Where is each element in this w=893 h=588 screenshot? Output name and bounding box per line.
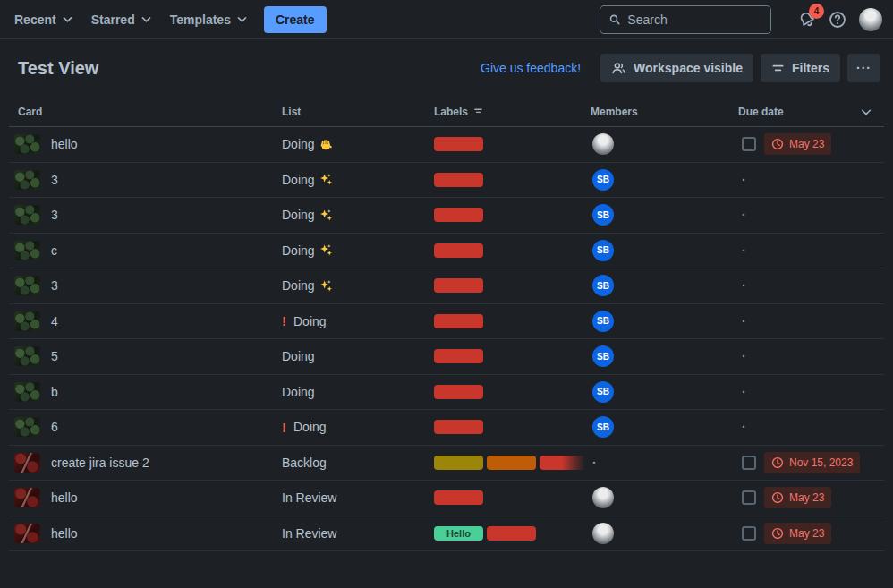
column-options-chevron[interactable] — [860, 106, 872, 118]
card-thumbnail — [14, 311, 40, 331]
due-date-cell: Nov 15, 2023 — [738, 452, 848, 473]
column-header-list[interactable]: List — [282, 106, 434, 118]
table-row[interactable]: 3 Doing SB · — [9, 198, 884, 234]
exclamation-emoji: ! — [282, 313, 286, 328]
labels-cell — [434, 490, 591, 505]
list-name: Doing — [282, 349, 315, 363]
member-avatar[interactable] — [592, 133, 614, 155]
labels-filter-icon[interactable] — [473, 107, 483, 116]
label-pill-green[interactable]: Hello — [434, 526, 483, 541]
table-row[interactable]: 3 Doing SB · — [9, 163, 884, 199]
search-input[interactable] — [627, 13, 761, 27]
card-cell: 3 — [9, 170, 282, 190]
label-pill-red[interactable] — [434, 349, 483, 363]
filters-button[interactable]: Filters — [761, 54, 840, 82]
due-date-checkbox[interactable] — [742, 526, 756, 541]
due-date-badge[interactable]: Nov 15, 2023 — [764, 452, 860, 473]
chevron-down-icon — [860, 106, 872, 118]
due-date-cell: · — [738, 208, 848, 222]
labels-cell — [434, 208, 591, 222]
due-date-badge[interactable]: May 23 — [764, 133, 831, 155]
list-cell: !Doing — [282, 313, 434, 328]
nav-templates[interactable]: Templates — [161, 7, 257, 32]
create-button[interactable]: Create — [264, 6, 327, 33]
sparkles-emoji — [319, 243, 333, 257]
question-mark-icon — [829, 11, 846, 29]
notifications-button[interactable]: 4 — [798, 11, 816, 29]
member-avatar-initials[interactable]: SB — [592, 345, 614, 367]
labels-cell: Hello — [434, 526, 591, 541]
table-row[interactable]: hello In Review Hello May 23 — [9, 516, 884, 552]
table-row[interactable]: 6 !Doing SB · — [9, 410, 884, 446]
people-icon — [611, 61, 626, 76]
labels-cell — [434, 349, 591, 363]
member-avatar-initials[interactable]: SB — [592, 240, 614, 261]
list-name-text: Doing — [293, 314, 327, 328]
label-pill-red[interactable] — [434, 420, 483, 434]
nav-recent[interactable]: Recent — [5, 7, 82, 32]
due-date-checkbox[interactable] — [742, 137, 756, 151]
workspace-visible-button[interactable]: Workspace visible — [600, 54, 753, 82]
label-pill-red[interactable] — [434, 137, 483, 151]
list-name: !Doing — [282, 420, 327, 435]
due-date-checkbox[interactable] — [742, 456, 756, 470]
card-title: c — [51, 243, 57, 258]
card-cell: hello — [9, 524, 282, 543]
card-thumbnail — [14, 524, 40, 543]
label-pill-red[interactable] — [434, 208, 483, 222]
member-avatar-initials[interactable]: SB — [592, 204, 614, 226]
card-cell: hello — [9, 488, 282, 507]
table-row[interactable]: 5 Doing SB · — [9, 339, 884, 375]
clock-icon — [771, 527, 784, 540]
member-avatar-initials[interactable]: SB — [592, 416, 614, 438]
list-cell: Doing — [282, 278, 434, 293]
column-header-card[interactable]: Card — [9, 106, 282, 118]
member-avatar-initials[interactable]: SB — [592, 311, 614, 332]
table-row[interactable]: c Doing SB · — [9, 234, 884, 269]
table-row[interactable]: 3 Doing SB · — [9, 268, 884, 304]
card-title: create jira issue 2 — [51, 456, 149, 470]
help-button[interactable] — [829, 11, 846, 29]
due-date-cell: · — [738, 173, 848, 187]
member-avatar-initials[interactable]: SB — [592, 381, 614, 403]
due-date-checkbox[interactable] — [742, 490, 756, 505]
feedback-link[interactable]: Give us feedback! — [481, 61, 581, 75]
filters-label: Filters — [792, 61, 829, 75]
label-pill-red[interactable] — [434, 490, 483, 505]
empty-due-marker: · — [742, 385, 746, 399]
user-avatar[interactable] — [859, 8, 882, 31]
member-avatar-initials[interactable]: SB — [592, 169, 614, 191]
member-avatar-initials[interactable]: SB — [592, 275, 614, 296]
label-pill-yellow[interactable] — [434, 456, 483, 470]
label-pill-red[interactable] — [434, 278, 483, 293]
member-avatar[interactable] — [592, 487, 614, 508]
column-header-due-date[interactable]: Due date — [738, 106, 848, 118]
due-date-badge[interactable]: May 23 — [764, 487, 831, 508]
empty-due-marker: · — [742, 208, 746, 222]
column-header-members[interactable]: Members — [591, 106, 738, 118]
label-pill-red[interactable] — [540, 456, 589, 470]
label-pill-red[interactable] — [434, 173, 483, 187]
label-pill-orange[interactable] — [487, 456, 536, 470]
labels-cell — [434, 173, 591, 187]
members-cell: SB — [591, 240, 738, 261]
search-box[interactable] — [600, 5, 771, 34]
sparkles-emoji — [319, 209, 333, 222]
wave-emoji — [319, 138, 333, 151]
column-header-labels[interactable]: Labels — [434, 106, 591, 118]
label-pill-red[interactable] — [434, 314, 483, 328]
table-row[interactable]: b Doing SB · — [9, 375, 884, 411]
card-title: hello — [51, 490, 78, 505]
table-row[interactable]: hello Doing May 23 — [9, 127, 884, 163]
more-options-button[interactable]: ··· — [847, 54, 880, 82]
table-row[interactable]: 4 !Doing SB · — [9, 304, 884, 340]
table-row[interactable]: hello In Review May 23 — [9, 481, 884, 516]
table-row[interactable]: create jira issue 2 Backlog · Nov 15, 20… — [9, 446, 884, 481]
member-avatar[interactable] — [592, 523, 614, 544]
nav-starred[interactable]: Starred — [82, 7, 161, 32]
label-pill-red[interactable] — [487, 526, 536, 541]
label-pill-red[interactable] — [434, 385, 483, 399]
card-title: hello — [51, 526, 78, 541]
due-date-badge[interactable]: May 23 — [764, 523, 831, 544]
label-pill-red[interactable] — [434, 243, 483, 258]
